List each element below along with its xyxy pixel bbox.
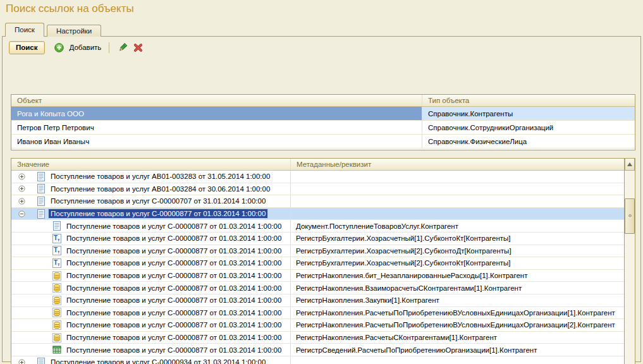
value-cell[interactable]: Поступление товаров и услуг С-00000934 о…	[11, 356, 291, 364]
value-cell[interactable]: Поступление товаров и услуг С-00000877 о…	[11, 307, 291, 319]
value-cell[interactable]: Поступление товаров и услуг С-00000877 о…	[11, 294, 291, 306]
tree-row[interactable]: Поступление товаров и услуг АВ01-003284 …	[11, 183, 624, 196]
object-cell[interactable]: Рога и Копыта ООО	[11, 107, 422, 120]
tree-row[interactable]: Поступление товаров и услуг АВ01-003283 …	[11, 171, 624, 183]
add-button[interactable]: Добавить	[51, 42, 102, 53]
tree-row[interactable]: Поступление товаров и услуг С-00000877 о…	[11, 282, 624, 294]
vertical-scrollbar[interactable]	[624, 159, 635, 364]
object-type-cell[interactable]: Справочник.ФизическиеЛица	[422, 135, 635, 148]
tree-row[interactable]: ТтПоступление товаров и услуг С-00000877…	[11, 245, 624, 258]
value-cell[interactable]: Поступление товаров и услуг С-00000877 о…	[11, 220, 291, 232]
tree-row[interactable]: Поступление товаров и услуг С-00000877 о…	[11, 307, 624, 320]
document-icon	[37, 172, 46, 181]
tree-row[interactable]: Поступление товаров и услуг С-00000934 о…	[11, 356, 624, 364]
expand-plus-icon[interactable]	[18, 185, 27, 192]
object-cell[interactable]: Иванов Иван Иваныч	[11, 135, 422, 148]
add-plus-icon	[54, 42, 64, 53]
svg-text:т: т	[58, 262, 60, 267]
metadata-cell[interactable]: РегистрСведений.РасчетыПоПриобретениюОрг…	[291, 344, 624, 356]
value-cell[interactable]: Поступление товаров и услуг С-00000877 о…	[11, 344, 291, 356]
metadata-cell[interactable]: РегистрНакопления.бит_НезапланированныеР…	[291, 270, 624, 282]
value-text: Поступление товаров и услуг АВ01-003284 …	[51, 185, 270, 193]
tab-page-panel: Поиск Добавить Объект Тип объекта Рога и…	[2, 36, 641, 362]
value-text: Поступление товаров и услуг С-00000877 о…	[66, 259, 281, 267]
value-text: Поступление товаров и услуг С-00000934 о…	[51, 358, 266, 364]
tree-row[interactable]: Поступление товаров и услуг С-00000707 о…	[11, 195, 624, 208]
value-text: Поступление товаров и услуг С-00000877 о…	[66, 346, 281, 354]
value-cell[interactable]: ТтПоступление товаров и услуг С-00000877…	[11, 233, 291, 245]
table-row[interactable]: Рога и Копыта ОООСправочник.Контрагенты	[11, 107, 635, 121]
tab-search[interactable]: Поиск	[5, 23, 44, 37]
tree-row[interactable]: Поступление товаров и услуг С-00000877 о…	[11, 332, 624, 344]
accounting-register-icon: Тт	[52, 246, 61, 255]
value-cell[interactable]: Поступление товаров и услуг С-00000707 о…	[11, 195, 291, 207]
document-icon	[37, 184, 46, 193]
tree-row[interactable]: ТтПоступление товаров и услуг С-00000877…	[11, 257, 624, 270]
column-header-value[interactable]: Значение	[11, 159, 291, 170]
metadata-cell[interactable]	[291, 356, 624, 364]
value-cell[interactable]: Поступление товаров и услуг АВ01-003284 …	[11, 183, 291, 195]
tree-row[interactable]: Поступление товаров и услуг С-00000877 о…	[11, 294, 624, 307]
metadata-cell[interactable]: Документ.ПоступлениеТоваровУслуг.Контраг…	[291, 220, 624, 232]
value-cell[interactable]: ТтПоступление товаров и услуг С-00000877…	[11, 245, 291, 257]
expand-plus-icon[interactable]	[18, 198, 27, 205]
table-row[interactable]: Петров Петр ПетровичСправочник.Сотрудник…	[11, 121, 635, 135]
tree-row[interactable]: Поступление товаров и услуг С-00000877 о…	[11, 319, 624, 332]
object-type-cell[interactable]: Справочник.Контрагенты	[422, 107, 635, 120]
scrollbar-up-button[interactable]	[625, 159, 635, 171]
metadata-cell[interactable]: РегистрБухгалтерии.Хозрасчетный[2].Субко…	[291, 257, 624, 269]
pencil-icon[interactable]	[117, 42, 128, 53]
results-table: Значение Метаданные/реквизит Поступление…	[11, 158, 635, 364]
value-cell[interactable]: Поступление товаров и услуг С-00000877 о…	[11, 282, 291, 294]
document-icon	[37, 358, 46, 364]
collapse-minus-icon[interactable]	[18, 210, 27, 217]
table-row[interactable]: Иванов Иван ИванычСправочник.ФизическиеЛ…	[11, 135, 635, 149]
tree-row[interactable]: Поступление товаров и услуг С-00000877 о…	[11, 208, 624, 221]
accumulation-register-icon	[52, 308, 61, 317]
object-type-cell[interactable]: Справочник.СотрудникиОрганизаций	[422, 121, 635, 134]
column-header-object[interactable]: Объект	[11, 95, 422, 106]
value-text: Поступление товаров и услуг С-00000877 о…	[66, 247, 281, 255]
page-title: Поиск ссылок на объекты	[6, 3, 134, 15]
delete-x-icon[interactable]	[133, 42, 144, 53]
column-header-object-type[interactable]: Тип объекта	[422, 95, 635, 106]
accumulation-register-icon	[52, 296, 61, 305]
toolbar: Поиск Добавить	[9, 40, 146, 55]
tab-settings[interactable]: Настройки	[47, 25, 101, 37]
value-text: Поступление товаров и услуг С-00000877 о…	[66, 234, 281, 242]
value-cell[interactable]: Поступление товаров и услуг С-00000877 о…	[11, 270, 291, 282]
metadata-cell[interactable]	[291, 171, 624, 183]
tree-row[interactable]: Поступление товаров и услуг С-00000877 о…	[11, 270, 624, 282]
metadata-cell[interactable]: РегистрНакопления.Закупки[1].Контрагент	[291, 294, 624, 306]
value-cell[interactable]: ТтПоступление товаров и услуг С-00000877…	[11, 257, 291, 269]
value-text: Поступление товаров и услуг С-00000877 о…	[66, 296, 281, 304]
tree-row[interactable]: Поступление товаров и услуг С-00000877 о…	[11, 344, 624, 356]
accumulation-register-icon	[52, 320, 61, 330]
object-cell[interactable]: Петров Петр Петрович	[11, 121, 422, 134]
document-icon	[37, 209, 46, 219]
metadata-cell[interactable]: РегистрНакопления.ВзаиморасчетыСКонтраге…	[291, 282, 624, 294]
metadata-cell[interactable]: РегистрНакопления.РасчетыСКонтрагентами[…	[291, 332, 624, 344]
metadata-cell[interactable]	[291, 208, 624, 220]
expand-plus-icon[interactable]	[18, 173, 27, 180]
metadata-cell[interactable]	[291, 183, 624, 195]
metadata-cell[interactable]: РегистрНакопления.РасчетыПоПриобретениюВ…	[291, 319, 624, 331]
value-text: Поступление товаров и услуг С-00000707 о…	[51, 197, 266, 205]
accounting-register-icon: Тт	[52, 234, 61, 243]
value-cell[interactable]: Поступление товаров и услуг С-00000877 о…	[11, 319, 291, 331]
tree-row[interactable]: Поступление товаров и услуг С-00000877 о…	[11, 220, 624, 233]
scrollbar-thumb[interactable]	[625, 198, 635, 234]
document-icon	[37, 197, 46, 206]
expand-plus-icon[interactable]	[18, 359, 27, 364]
column-header-metadata[interactable]: Метаданные/реквизит	[291, 159, 624, 170]
search-button[interactable]: Поиск	[9, 41, 45, 54]
metadata-cell[interactable]: РегистрНакопления.РасчетыПоПриобретениюВ…	[291, 307, 624, 319]
value-cell[interactable]: Поступление товаров и услуг С-00000877 о…	[11, 332, 291, 344]
value-cell[interactable]: Поступление товаров и услуг АВ01-003283 …	[11, 171, 291, 183]
metadata-cell[interactable]: РегистрБухгалтерии.Хозрасчетный[1].Субко…	[291, 233, 624, 245]
metadata-cell[interactable]	[291, 195, 624, 207]
tree-row[interactable]: ТтПоступление товаров и услуг С-00000877…	[11, 233, 624, 245]
metadata-cell[interactable]: РегистрБухгалтерии.Хозрасчетный[2].Субко…	[291, 245, 624, 257]
reference-search-window: Поиск ссылок на объекты Поиск Настройки …	[0, 0, 643, 364]
value-cell[interactable]: Поступление товаров и услуг С-00000877 о…	[11, 208, 291, 220]
